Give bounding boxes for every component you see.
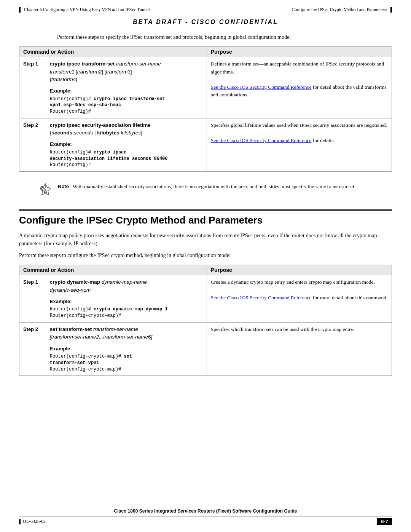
footer-center-text: Cisco 1800 Series Integrated Services Ro… [19, 508, 392, 514]
step1-example-label: Example: [50, 87, 203, 95]
step1-purpose: Defines a transform set—an acceptable co… [207, 57, 392, 118]
step1-code: Router(config)# crypto ipsec transform-s… [50, 96, 203, 115]
step2-purpose-text2: for details. [311, 137, 335, 143]
page-footer: Cisco 1800 Series Integrated Services Ro… [0, 508, 411, 525]
step2-purpose: Specifies global lifetime values used wh… [207, 118, 392, 171]
note-content: Note With manually established security … [58, 183, 355, 190]
note-box: ✎ Note With manually established securit… [38, 178, 392, 201]
step1-purpose-text: Defines a transform set—an acceptable co… [211, 61, 384, 74]
header-bar-left [19, 7, 21, 13]
table-row: Step 1 crypto dynamic-map dynamic-map-na… [19, 275, 392, 323]
step2-code: Router(config)# crypto ipsec security-as… [50, 149, 203, 168]
table-row: Step 2 crypto ipsec security-association… [19, 118, 392, 171]
s2-step1-command: crypto dynamic-map dynamic-map-name dyna… [46, 275, 207, 323]
section1-intro: Perform these steps to specify the IPSec… [57, 33, 354, 41]
s2-step2-code: Router(config-crypto-map)# set transform… [50, 353, 203, 372]
s2-step1-example-label: Example: [50, 298, 203, 305]
footer-left: OL-6426-02 [19, 519, 46, 524]
step2-command: crypto ipsec security-association lifeti… [46, 118, 207, 171]
step1-command: crypto ipsec transform-set transform-set… [46, 57, 207, 118]
step1-purpose-link[interactable]: See the Cisco IOS Security Command Refer… [211, 84, 312, 90]
step2-purpose-link[interactable]: See the Cisco IOS Security Command Refer… [211, 137, 312, 143]
s2-step2-command: set transform-set transform-set-name [tr… [46, 323, 207, 376]
s2-step1-purpose: Creates a dynamic crypto map entry and e… [207, 275, 392, 323]
s2-step2-purpose: Specifies which transform sets can be us… [207, 323, 392, 376]
main-content: Perform these steps to specify the IPSec… [0, 33, 411, 376]
s2-col2-header: Purpose [207, 265, 392, 275]
col1-header: Command or Action [19, 47, 207, 57]
s2-step2-label: Step 2 [19, 323, 46, 376]
confidential-banner: BETA DRAFT - CISCO CONFIDENTIAL [0, 15, 411, 28]
section2-intro1: A dynamic crypto map policy processes ne… [19, 232, 392, 248]
s2-step1-purpose-text: Creates a dynamic crypto map entry and e… [211, 279, 375, 285]
section2-heading: Configure the IPSec Crypto Method and Pa… [19, 209, 392, 226]
header-left: Chapter 6 Configuring a VPN Using Easy V… [19, 7, 150, 13]
header-right-text: Configure the IPSec Crypto Method and Pa… [292, 7, 387, 12]
s2-step1-command-text: crypto dynamic-map dynamic-map-name dyna… [50, 278, 203, 294]
note-text: With manually established security assoc… [73, 183, 355, 190]
s2-step1-purpose-text2: for more detail about this command. [311, 295, 387, 300]
step2-example-label: Example: [50, 141, 203, 148]
table-row: Step 1 crypto ipsec transform-set transf… [19, 57, 392, 118]
header-right: Configure the IPSec Crypto Method and Pa… [292, 7, 392, 13]
note-icon-container: ✎ [38, 182, 53, 197]
footer-bottom: OL-6426-02 6-7 [19, 516, 392, 525]
footer-bar [19, 519, 21, 524]
section2-table: Command or Action Purpose Step 1 crypto … [19, 265, 392, 376]
table-header-row2: Command or Action Purpose [19, 265, 392, 275]
s2-step2-purpose-text: Specifies which transform sets can be us… [211, 326, 354, 332]
header-bar-right [390, 7, 392, 13]
section2-intro2: Perform these steps to configure the IPS… [19, 251, 392, 259]
s2-step1-label: Step 1 [19, 275, 46, 323]
s2-step2-command-text: set transform-set transform-set-name [tr… [50, 326, 203, 341]
footer-page-number: 6-7 [377, 518, 392, 525]
table-row: Step 2 set transform-set transform-set-n… [19, 323, 392, 376]
step1-command-text: crypto ipsec transform-set transform-set… [50, 60, 203, 83]
step2-label: Step 2 [19, 118, 46, 171]
page-header: Chapter 6 Configuring a VPN Using Easy V… [0, 0, 411, 15]
s2-col1-header: Command or Action [19, 265, 207, 275]
step2-purpose-text: Specifies global lifetime values used wh… [211, 122, 387, 128]
section1-table: Command or Action Purpose Step 1 crypto … [19, 46, 392, 172]
s2-step1-code: Router(config)# crypto dynamic-map dynma… [50, 306, 203, 319]
header-left-text: Chapter 6 Configuring a VPN Using Easy V… [24, 7, 150, 12]
confidential-text: BETA DRAFT - CISCO CONFIDENTIAL [133, 19, 278, 25]
step2-command-text: crypto ipsec security-association lifeti… [50, 121, 203, 137]
table-header-row: Command or Action Purpose [19, 47, 392, 57]
col2-header: Purpose [207, 47, 392, 57]
step1-label: Step 1 [19, 57, 46, 118]
s2-step2-example-label: Example: [50, 345, 203, 353]
note-label: Note [58, 184, 69, 189]
s2-step1-purpose-link[interactable]: See the Cisco IOS Security Command Refer… [211, 295, 312, 300]
footer-left-text: OL-6426-02 [23, 519, 46, 524]
page: Chapter 6 Configuring a VPN Using Easy V… [0, 0, 411, 532]
